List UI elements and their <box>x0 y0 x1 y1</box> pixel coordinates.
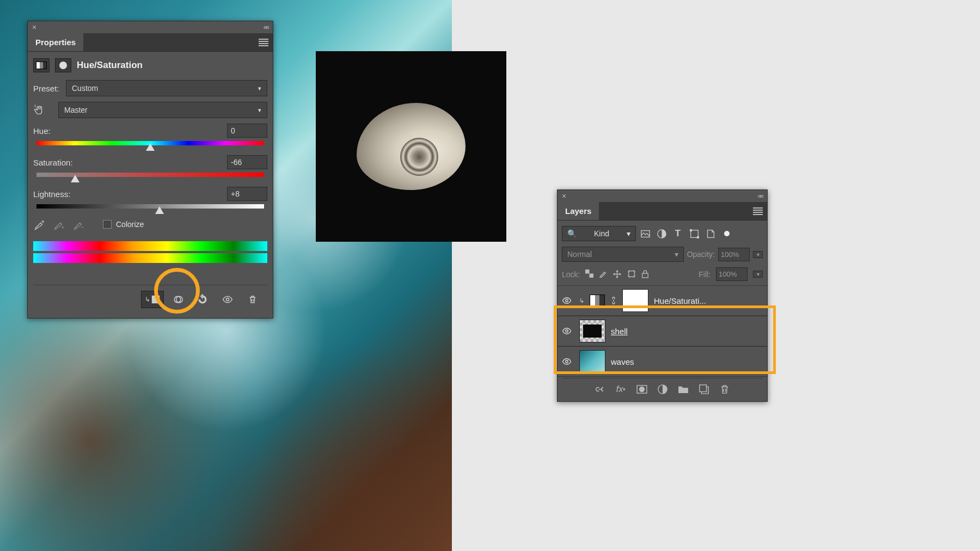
adjustment-title: Hue/Saturation <box>77 60 143 71</box>
svg-point-12 <box>566 299 568 302</box>
new-adjustment-icon[interactable] <box>657 384 668 395</box>
visibility-toggle-icon[interactable] <box>562 327 574 335</box>
svg-point-2 <box>226 298 229 301</box>
filter-pixel-icon[interactable] <box>640 229 650 238</box>
adjustment-type-icon[interactable] <box>33 58 50 72</box>
hue-input[interactable] <box>227 124 267 138</box>
layer-mask-icon[interactable] <box>55 58 71 72</box>
layer-row-shell[interactable]: shell <box>558 316 767 346</box>
slider-thumb[interactable] <box>146 143 155 151</box>
preset-label: Preset: <box>33 84 60 93</box>
fill-input[interactable] <box>716 267 748 281</box>
slider-thumb[interactable] <box>71 175 79 182</box>
preset-select[interactable]: Custom▾ <box>66 80 267 96</box>
layer-row-huesaturation[interactable]: ↳ Hue/Saturati... <box>558 285 767 316</box>
lock-all-icon[interactable] <box>641 270 649 279</box>
layer-style-icon[interactable]: fx▾ <box>616 384 627 395</box>
tab-properties[interactable]: Properties <box>28 33 83 51</box>
new-group-icon[interactable] <box>678 384 689 395</box>
opacity-input[interactable] <box>718 248 750 261</box>
lightness-slider[interactable] <box>36 204 264 209</box>
clip-to-layer-button[interactable]: ↳ <box>141 291 164 308</box>
opacity-label: Opacity: <box>687 250 715 259</box>
chevron-down-icon[interactable]: ▾ <box>753 271 763 278</box>
filter-toggle[interactable] <box>724 231 730 236</box>
svg-rect-11 <box>642 273 648 278</box>
mask-thumbnail[interactable] <box>622 289 648 312</box>
delete-adjustment-button[interactable] <box>241 291 264 308</box>
link-layers-icon[interactable] <box>595 384 606 395</box>
svg-point-13 <box>566 330 568 333</box>
reset-button[interactable] <box>191 291 214 308</box>
svg-rect-7 <box>697 236 699 238</box>
source-spectrum <box>33 241 267 251</box>
link-icon <box>610 296 617 305</box>
collapse-icon[interactable]: «« <box>758 192 763 200</box>
blend-mode-select[interactable]: Normal▾ <box>562 247 684 262</box>
chevron-down-icon: ▾ <box>258 107 261 114</box>
colorize-label: Colorize <box>116 220 144 229</box>
panel-titlebar[interactable]: × «« <box>28 21 273 33</box>
chevron-down-icon[interactable]: ▾ <box>753 251 763 258</box>
saturation-slider[interactable] <box>36 173 264 177</box>
svg-rect-10 <box>629 271 635 277</box>
svg-rect-8 <box>585 270 590 274</box>
targeted-adjustment-icon[interactable] <box>33 104 47 116</box>
clip-indicator-icon: ↳ <box>579 297 584 304</box>
layer-thumbnail[interactable] <box>579 350 605 373</box>
lock-label: Lock: <box>562 270 580 279</box>
new-layer-icon[interactable] <box>699 384 709 395</box>
view-previous-state-button[interactable] <box>166 291 189 308</box>
visibility-toggle-icon[interactable] <box>562 358 574 365</box>
svg-rect-18 <box>699 385 706 392</box>
svg-point-16 <box>639 387 644 392</box>
panel-menu-icon[interactable] <box>259 38 268 47</box>
svg-rect-9 <box>590 274 594 278</box>
panel-titlebar[interactable]: × «« <box>558 190 767 202</box>
layers-panel: × «« Layers 🔍Kind▾ T Normal▾ Opacity: <box>557 189 768 402</box>
collapse-icon[interactable]: «« <box>264 23 268 31</box>
delete-layer-icon[interactable] <box>719 384 730 395</box>
add-mask-icon[interactable] <box>636 384 647 395</box>
lock-pixels-icon[interactable] <box>599 270 607 279</box>
filter-shape-icon[interactable] <box>689 229 699 238</box>
lock-artboard-icon[interactable] <box>627 270 636 279</box>
fill-label: Fill: <box>699 270 710 279</box>
svg-rect-6 <box>690 229 691 231</box>
toggle-visibility-button[interactable] <box>216 291 239 308</box>
filter-adjustment-icon[interactable] <box>657 229 666 238</box>
saturation-input[interactable] <box>227 155 267 169</box>
slider-thumb[interactable] <box>155 206 164 214</box>
color-range-select[interactable]: Master▾ <box>58 102 267 118</box>
chevron-down-icon: ▾ <box>258 85 261 92</box>
visibility-toggle-icon[interactable] <box>562 297 574 304</box>
filter-smartobject-icon[interactable] <box>706 229 715 238</box>
layer-name[interactable]: shell <box>611 327 628 336</box>
lock-transparency-icon[interactable] <box>585 270 593 279</box>
lightness-label: Lightness: <box>33 189 70 199</box>
lightness-input[interactable] <box>227 187 267 201</box>
layer-row-waves[interactable]: waves <box>558 346 767 377</box>
layer-name[interactable]: waves <box>611 357 634 366</box>
svg-point-14 <box>566 360 568 363</box>
saturation-label: Saturation: <box>33 158 73 167</box>
close-icon[interactable]: × <box>32 23 36 32</box>
colorize-checkbox[interactable] <box>103 220 112 229</box>
adjustment-thumbnail <box>590 295 605 307</box>
tab-layers[interactable]: Layers <box>558 202 599 220</box>
properties-panel: × «« Properties Hue/Saturation Preset: C… <box>27 21 273 319</box>
hue-label: Hue: <box>33 126 51 136</box>
lock-position-icon[interactable] <box>612 270 622 279</box>
result-spectrum <box>33 253 267 263</box>
eyedropper-add-icon[interactable] <box>53 218 65 230</box>
panel-menu-icon[interactable] <box>753 206 763 216</box>
canvas-image-shell <box>316 51 506 242</box>
eyedropper-icon[interactable] <box>33 218 45 230</box>
eyedropper-subtract-icon[interactable] <box>72 218 84 230</box>
filter-type-icon[interactable]: T <box>673 229 683 238</box>
layer-name[interactable]: Hue/Saturati... <box>654 296 706 305</box>
close-icon[interactable]: × <box>562 192 566 200</box>
hue-slider[interactable] <box>36 141 264 145</box>
layer-filter-select[interactable]: 🔍Kind▾ <box>562 226 636 241</box>
layer-thumbnail[interactable] <box>579 320 605 342</box>
